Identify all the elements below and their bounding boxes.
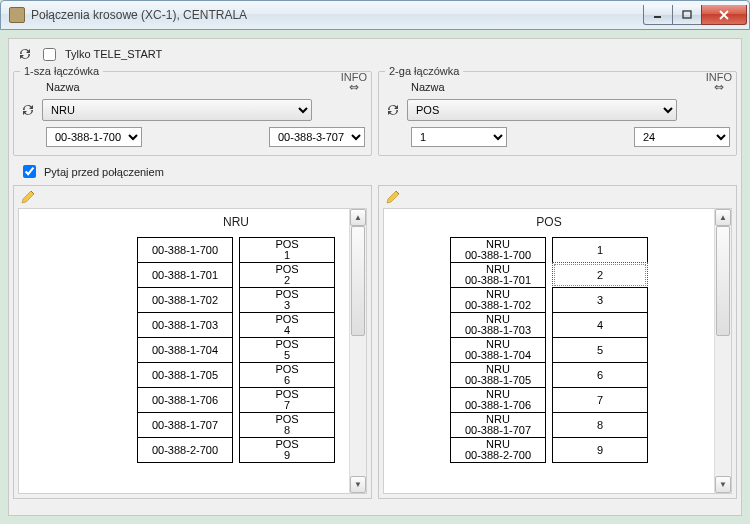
list-item[interactable]: POS7 bbox=[239, 387, 335, 413]
close-button[interactable] bbox=[701, 5, 747, 25]
list-item[interactable]: 9 bbox=[552, 437, 648, 463]
svg-rect-1 bbox=[683, 11, 691, 18]
scroll-up-icon[interactable]: ▲ bbox=[350, 209, 366, 226]
list-item[interactable]: NRU00-388-1-706 bbox=[450, 387, 546, 413]
list-item[interactable]: NRU00-388-1-703 bbox=[450, 312, 546, 338]
info-icon[interactable]: INFO⇔ bbox=[341, 73, 367, 92]
right-panel-title: POS bbox=[390, 215, 708, 229]
list-item[interactable]: POS2 bbox=[239, 262, 335, 288]
list-item[interactable]: POS4 bbox=[239, 312, 335, 338]
refresh-icon[interactable] bbox=[20, 102, 36, 118]
list-item[interactable]: 7 bbox=[552, 387, 648, 413]
window-title: Połączenia krosowe (XC-1), CENTRALA bbox=[31, 8, 247, 22]
list-item[interactable]: NRU00-388-1-707 bbox=[450, 412, 546, 438]
tele-start-checkbox[interactable] bbox=[43, 48, 56, 61]
list-item[interactable]: 3 bbox=[552, 287, 648, 313]
list-item[interactable]: NRU00-388-1-700 bbox=[450, 237, 546, 263]
list-item[interactable]: POS9 bbox=[239, 437, 335, 463]
scroll-thumb[interactable] bbox=[716, 226, 730, 336]
scroll-up-icon[interactable]: ▲ bbox=[715, 209, 731, 226]
group-1-from-select[interactable]: 00-388-1-700 bbox=[46, 127, 142, 147]
app-icon bbox=[9, 7, 25, 23]
group-2-name-select[interactable]: POS bbox=[407, 99, 677, 121]
list-item[interactable]: 5 bbox=[552, 337, 648, 363]
maximize-button[interactable] bbox=[672, 5, 702, 25]
list-item[interactable]: 00-388-1-706 bbox=[137, 387, 233, 413]
refresh-icon[interactable] bbox=[385, 102, 401, 118]
group-1-to-select[interactable]: 00-388-3-707 bbox=[269, 127, 365, 147]
group-2-legend: 2-ga łączówka bbox=[385, 65, 463, 77]
group-1-name-label: Nazwa bbox=[46, 81, 80, 93]
minimize-button[interactable] bbox=[643, 5, 673, 25]
client-area: Tylko TELE_START 1-sza łączówka INFO⇔ Na… bbox=[8, 38, 742, 516]
group-1-name-select[interactable]: NRU bbox=[42, 99, 312, 121]
list-item[interactable]: NRU00-388-1-701 bbox=[450, 262, 546, 288]
group-2: 2-ga łączówka INFO⇔ Nazwa POS bbox=[378, 65, 737, 156]
list-item[interactable]: 1 bbox=[552, 237, 648, 263]
list-item[interactable]: POS1 bbox=[239, 237, 335, 263]
list-item[interactable]: NRU00-388-1-705 bbox=[450, 362, 546, 388]
list-item[interactable]: POS5 bbox=[239, 337, 335, 363]
list-item[interactable]: 00-388-1-705 bbox=[137, 362, 233, 388]
scroll-down-icon[interactable]: ▼ bbox=[350, 476, 366, 493]
group-2-from-select[interactable]: 1 bbox=[411, 127, 507, 147]
list-item[interactable]: 00-388-1-700 bbox=[137, 237, 233, 263]
scroll-thumb[interactable] bbox=[351, 226, 365, 336]
list-item[interactable]: POS8 bbox=[239, 412, 335, 438]
list-item[interactable]: 00-388-1-703 bbox=[137, 312, 233, 338]
right-panel: POS NRU00-388-1-700NRU00-388-1-701NRU00-… bbox=[378, 185, 737, 499]
pencil-icon[interactable] bbox=[385, 189, 401, 205]
scrollbar[interactable]: ▲ ▼ bbox=[714, 209, 731, 493]
list-item[interactable]: NRU00-388-2-700 bbox=[450, 437, 546, 463]
left-panel: NRU 00-388-1-70000-388-1-70100-388-1-702… bbox=[13, 185, 372, 499]
list-item[interactable]: 6 bbox=[552, 362, 648, 388]
ask-before-label: Pytaj przed połączeniem bbox=[44, 166, 164, 178]
group-1: 1-sza łączówka INFO⇔ Nazwa NRU bbox=[13, 65, 372, 156]
scroll-down-icon[interactable]: ▼ bbox=[715, 476, 731, 493]
list-item[interactable]: 00-388-1-707 bbox=[137, 412, 233, 438]
list-item[interactable]: 2 bbox=[552, 262, 648, 288]
group-2-to-select[interactable]: 24 bbox=[634, 127, 730, 147]
titlebar: Połączenia krosowe (XC-1), CENTRALA bbox=[0, 0, 750, 30]
list-item[interactable]: 00-388-1-702 bbox=[137, 287, 233, 313]
list-item[interactable]: POS6 bbox=[239, 362, 335, 388]
list-item[interactable]: 4 bbox=[552, 312, 648, 338]
ask-before-checkbox[interactable] bbox=[23, 165, 36, 178]
info-icon[interactable]: INFO⇔ bbox=[706, 73, 732, 92]
group-1-legend: 1-sza łączówka bbox=[20, 65, 103, 77]
scrollbar[interactable]: ▲ ▼ bbox=[349, 209, 366, 493]
list-item[interactable]: POS3 bbox=[239, 287, 335, 313]
list-item[interactable]: NRU00-388-1-702 bbox=[450, 287, 546, 313]
group-2-name-label: Nazwa bbox=[411, 81, 445, 93]
left-panel-title: NRU bbox=[129, 215, 343, 229]
list-item[interactable]: 8 bbox=[552, 412, 648, 438]
list-item[interactable]: 00-388-1-704 bbox=[137, 337, 233, 363]
tele-start-label: Tylko TELE_START bbox=[65, 48, 162, 60]
list-item[interactable]: 00-388-1-701 bbox=[137, 262, 233, 288]
refresh-icon[interactable] bbox=[17, 46, 33, 62]
list-item[interactable]: 00-388-2-700 bbox=[137, 437, 233, 463]
list-item[interactable]: NRU00-388-1-704 bbox=[450, 337, 546, 363]
pencil-icon[interactable] bbox=[20, 189, 36, 205]
